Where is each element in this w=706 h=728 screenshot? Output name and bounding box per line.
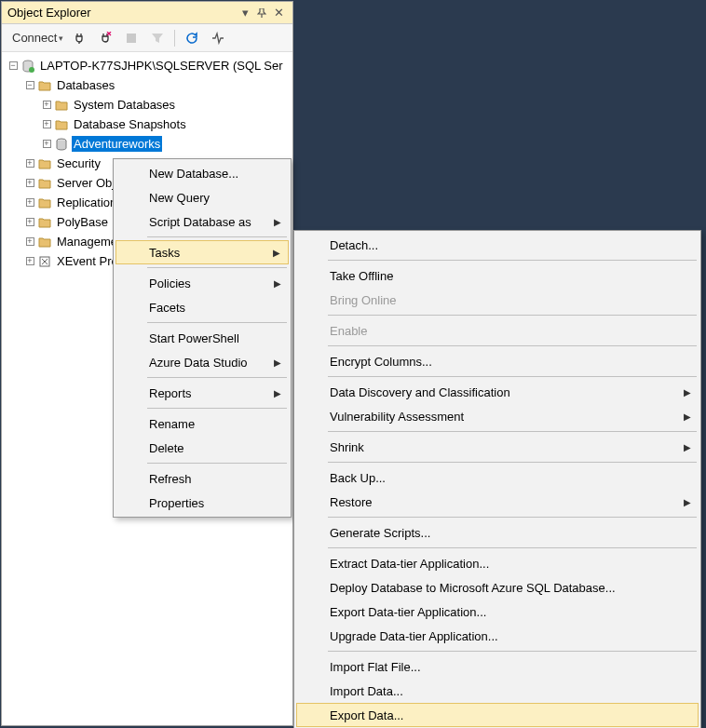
expand-icon[interactable]: +: [41, 139, 52, 150]
menu-encrypt-columns[interactable]: Encrypt Columns...: [296, 349, 699, 373]
activity-icon: [210, 31, 225, 46]
stop-icon: [124, 31, 139, 46]
separator: [147, 377, 287, 378]
submenu-arrow-icon: ▶: [684, 411, 691, 422]
menu-export-data[interactable]: Export Data...: [296, 703, 699, 727]
separator: [328, 345, 697, 346]
toolbar: Connect▾: [2, 24, 292, 52]
context-menu-tasks: Detach... Take Offline Bring Online Enab…: [293, 230, 701, 728]
expand-icon[interactable]: +: [24, 197, 35, 209]
submenu-arrow-icon: ▶: [274, 388, 281, 398]
disconnect-all-button[interactable]: [93, 28, 117, 48]
expand-icon[interactable]: +: [41, 119, 52, 130]
dropdown-icon[interactable]: ▾: [237, 5, 253, 21]
separator: [147, 408, 287, 409]
collapse-icon[interactable]: −: [7, 61, 19, 72]
menu-vulnerability[interactable]: Vulnerability Assessment▶: [296, 404, 699, 428]
menu-refresh[interactable]: Refresh: [115, 466, 289, 491]
filter-button[interactable]: [145, 28, 170, 48]
database-icon: [54, 137, 69, 152]
menu-export-dactier[interactable]: Export Data-tier Application...: [296, 600, 699, 624]
separator: [147, 236, 287, 237]
tree-node-snapshots[interactable]: + Database Snapshots: [4, 115, 291, 134]
activity-button[interactable]: [206, 28, 230, 48]
menu-upgrade-dactier[interactable]: Upgrade Data-tier Application...: [296, 624, 699, 648]
filter-icon: [150, 31, 165, 46]
tree-node-databases[interactable]: − Databases: [4, 75, 291, 95]
folder-icon: [37, 215, 52, 230]
collapse-icon[interactable]: −: [24, 80, 35, 91]
menu-delete[interactable]: Delete: [115, 436, 289, 460]
submenu-arrow-icon: ▶: [273, 248, 280, 258]
separator: [147, 322, 287, 323]
separator: [328, 547, 697, 548]
menu-new-database[interactable]: New Database...: [115, 161, 289, 185]
separator: [328, 260, 697, 261]
folder-icon: [37, 156, 52, 171]
menu-facets[interactable]: Facets: [115, 295, 289, 319]
pin-icon[interactable]: [253, 5, 270, 21]
context-menu-database: New Database... New Query Script Databas…: [113, 158, 292, 518]
stop-button[interactable]: [119, 28, 143, 48]
menu-script-database[interactable]: Script Database as▶: [115, 209, 289, 234]
expand-icon[interactable]: +: [24, 178, 35, 189]
tree-node-adventureworks[interactable]: + Adventureworks: [4, 134, 291, 154]
folder-icon: [54, 117, 69, 132]
folder-icon: [37, 78, 52, 93]
submenu-arrow-icon: ▶: [684, 442, 691, 452]
menu-azure-data-studio[interactable]: Azure Data Studio▶: [115, 350, 289, 374]
disconnect-button[interactable]: [67, 28, 91, 48]
menu-generate-scripts[interactable]: Generate Scripts...: [296, 520, 699, 545]
tree-node-sysdb[interactable]: + System Databases: [4, 95, 291, 115]
folder-icon: [54, 98, 69, 113]
selected-label: Adventureworks: [72, 136, 162, 152]
connect-button[interactable]: Connect▾: [7, 28, 65, 48]
menu-backup[interactable]: Back Up...: [296, 465, 699, 490]
separator: [147, 267, 287, 268]
plug-x-icon: [98, 31, 113, 46]
menu-rename[interactable]: Rename: [115, 411, 289, 436]
menu-import-flat-file[interactable]: Import Flat File...: [296, 654, 699, 679]
tree-node-server[interactable]: − LAPTOP-K77SJHPK\SQLSERVER (SQL Ser: [4, 56, 291, 75]
menu-policies[interactable]: Policies▶: [115, 271, 289, 295]
folder-icon: [37, 235, 52, 249]
submenu-arrow-icon: ▶: [274, 217, 281, 227]
submenu-arrow-icon: ▶: [684, 387, 691, 398]
menu-take-offline[interactable]: Take Offline: [296, 263, 699, 288]
menu-properties[interactable]: Properties: [115, 491, 289, 515]
menu-import-data[interactable]: Import Data...: [296, 679, 699, 703]
expand-icon[interactable]: +: [24, 158, 35, 169]
panel-titlebar: Object Explorer ▾ ✕: [2, 2, 292, 24]
svg-rect-0: [127, 34, 136, 43]
menu-enable: Enable: [296, 318, 699, 343]
panel-title: Object Explorer: [7, 6, 237, 20]
menu-tasks[interactable]: Tasks▶: [115, 240, 289, 264]
separator: [328, 517, 697, 518]
expand-icon[interactable]: +: [24, 217, 35, 228]
menu-new-query[interactable]: New Query: [115, 185, 289, 209]
separator: [328, 462, 697, 463]
expand-icon[interactable]: +: [24, 256, 35, 267]
svg-point-2: [29, 67, 34, 73]
menu-shrink[interactable]: Shrink▶: [296, 435, 699, 459]
close-icon[interactable]: ✕: [270, 5, 287, 21]
menu-bring-online: Bring Online: [296, 288, 699, 312]
separator: [328, 651, 697, 652]
menu-data-discovery[interactable]: Data Discovery and Classification▶: [296, 380, 699, 404]
submenu-arrow-icon: ▶: [274, 357, 281, 368]
menu-extract-dactier[interactable]: Extract Data-tier Application...: [296, 551, 699, 575]
xevent-icon: [37, 254, 52, 269]
menu-detach[interactable]: Detach...: [296, 233, 699, 257]
submenu-arrow-icon: ▶: [274, 278, 281, 289]
menu-powershell[interactable]: Start PowerShell: [115, 326, 289, 350]
expand-icon[interactable]: +: [41, 100, 52, 111]
chevron-down-icon: ▾: [59, 34, 63, 43]
expand-icon[interactable]: +: [24, 236, 35, 248]
menu-reports[interactable]: Reports▶: [115, 381, 289, 405]
refresh-button[interactable]: [180, 28, 204, 48]
separator: [328, 315, 697, 316]
menu-restore[interactable]: Restore▶: [296, 490, 699, 514]
separator: [328, 431, 697, 432]
server-icon: [20, 59, 35, 74]
menu-deploy-azure[interactable]: Deploy Database to Microsoft Azure SQL D…: [296, 575, 699, 600]
